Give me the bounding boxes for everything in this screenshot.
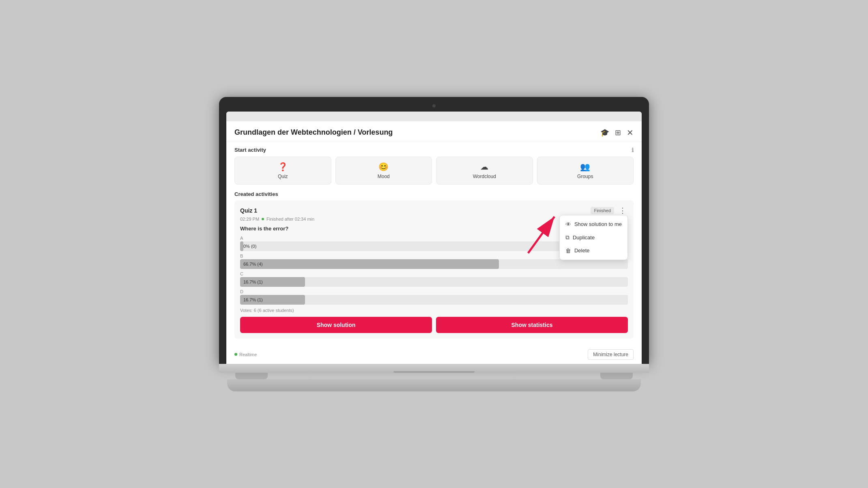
- answer-label-c: C: [240, 271, 628, 276]
- laptop-foot-left: [235, 373, 268, 379]
- duplicate-item[interactable]: ⧉ Duplicate: [560, 231, 627, 244]
- bar-fill-c: 16.7% (1): [240, 277, 305, 287]
- show-statistics-button[interactable]: Show statistics: [436, 317, 628, 333]
- show-solution-to-me-item[interactable]: 👁 Show solution to me: [560, 218, 627, 231]
- laptop-feet: [219, 373, 649, 379]
- realtime-indicator: Realtime: [234, 352, 257, 357]
- quiz-card-header: Quiz 1 Finished ⋮: [240, 206, 628, 215]
- dropdown-menu: 👁 Show solution to me ⧉ Duplicate 🗑 Dele…: [559, 215, 628, 260]
- delete-item[interactable]: 🗑 Delete: [560, 244, 627, 257]
- laptop-camera: [432, 104, 436, 107]
- start-activity-label: Start activity ℹ: [226, 142, 642, 157]
- wordcloud-icon: ☁: [480, 162, 488, 172]
- quiz-card: Quiz 1 Finished ⋮ 02:29 PM Finished afte…: [234, 200, 634, 339]
- graduation-icon[interactable]: 🎓: [600, 128, 609, 137]
- laptop-base: [219, 364, 649, 373]
- bar-fill-a: 0% (0): [240, 241, 243, 251]
- laptop-bottom-plate: [227, 379, 641, 391]
- quiz-header-right: Finished ⋮: [591, 206, 628, 215]
- window-header: Grundlagen der Webtechnologien / Vorlesu…: [226, 121, 642, 142]
- duplicate-label: Duplicate: [573, 234, 595, 241]
- bar-text-a: 0% (0): [243, 244, 256, 249]
- bar-text-b: 66.7% (4): [243, 262, 263, 267]
- start-activity-row: ❓ Quiz 😊 Mood ☁ Wordcloud 👥 Groups: [226, 157, 642, 191]
- bottom-bar: Realtime Minimize lecture: [226, 345, 642, 364]
- created-activities-label: Created activities: [234, 191, 634, 200]
- action-buttons: Show solution Show statistics: [240, 317, 628, 333]
- bar-text-c: 16.7% (1): [243, 279, 263, 284]
- finished-badge: Finished: [591, 207, 614, 214]
- mood-activity-button[interactable]: 😊 Mood: [335, 157, 432, 185]
- bar-container-b: 66.7% (4): [240, 259, 628, 269]
- duplicate-icon: ⧉: [565, 234, 569, 241]
- minimize-lecture-button[interactable]: Minimize lecture: [588, 349, 634, 360]
- grid-icon[interactable]: ⊞: [615, 128, 621, 137]
- mood-icon: 😊: [378, 162, 389, 172]
- answer-label-d: D: [240, 289, 628, 294]
- show-solution-to-me-label: Show solution to me: [574, 221, 622, 227]
- laptop-foot-right: [600, 373, 633, 379]
- more-options-button[interactable]: ⋮: [617, 206, 628, 215]
- answer-row-c: C 16.7% (1): [240, 271, 628, 287]
- answer-row-d: D 16.7% (1): [240, 289, 628, 305]
- groups-icon: 👥: [580, 162, 590, 172]
- votes-info: Votes: 6 (6 active students): [240, 308, 628, 313]
- show-solution-button[interactable]: Show solution: [240, 317, 432, 333]
- app-window: Grundlagen der Webtechnologien / Vorlesu…: [226, 121, 642, 364]
- quiz-activity-button[interactable]: ❓ Quiz: [234, 157, 331, 185]
- eye-icon: 👁: [565, 221, 571, 228]
- wordcloud-activity-button[interactable]: ☁ Wordcloud: [436, 157, 533, 185]
- bar-container-c: 16.7% (1): [240, 277, 628, 287]
- bar-fill-b: 66.7% (4): [240, 259, 499, 269]
- realtime-dot: [234, 353, 237, 356]
- status-dot: [262, 218, 264, 220]
- window-controls: 🎓 ⊞ ✕: [600, 128, 634, 138]
- close-button[interactable]: ✕: [627, 128, 634, 138]
- quiz-name: Quiz 1: [240, 207, 257, 214]
- window-title: Grundlagen der Webtechnologien / Vorlesu…: [234, 128, 393, 137]
- screen-top-bar: [226, 112, 642, 121]
- bar-text-d: 16.7% (1): [243, 297, 263, 302]
- info-icon[interactable]: ℹ: [632, 147, 634, 153]
- realtime-label: Realtime: [239, 352, 257, 357]
- created-activities-section: Created activities Quiz 1 Finished ⋮: [226, 191, 642, 339]
- bar-container-d: 16.7% (1): [240, 295, 628, 305]
- delete-label: Delete: [574, 247, 590, 254]
- bar-fill-d: 16.7% (1): [240, 295, 305, 305]
- groups-activity-button[interactable]: 👥 Groups: [537, 157, 634, 185]
- quiz-icon: ❓: [278, 162, 288, 172]
- trash-icon: 🗑: [565, 247, 571, 254]
